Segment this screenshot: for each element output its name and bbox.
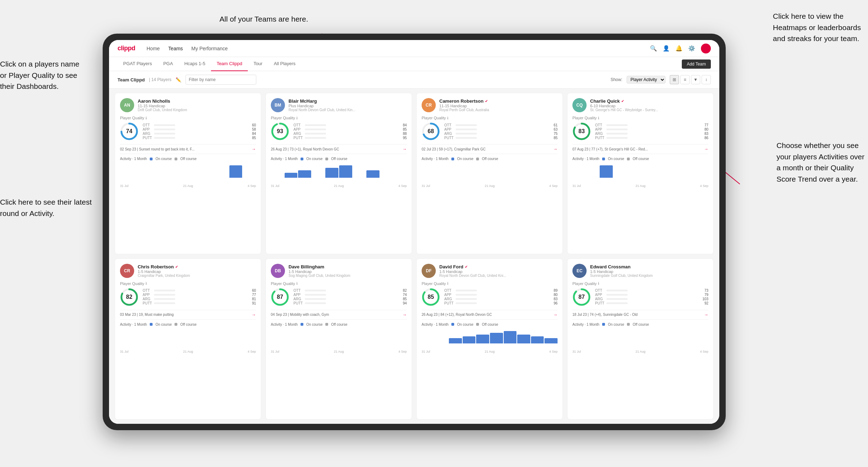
quality-circle[interactable]: 83 <box>572 122 591 141</box>
grid-view-button[interactable]: ⊞ <box>670 75 679 84</box>
activity-header: Activity · 1 Month On course Off course <box>422 323 558 326</box>
player-name[interactable]: Dave Billingham <box>289 264 324 269</box>
latest-round[interactable]: 02 Jul 23 | 59 (+17), Craigmillar Park G… <box>422 144 558 154</box>
off-course-dot <box>175 158 177 160</box>
player-handicap: Plus Handicap <box>289 104 407 108</box>
x-label-3: 4 Sep <box>247 184 256 188</box>
player-card[interactable]: BM Blair McHarg Plus Handicap Royal Nort… <box>265 93 412 254</box>
player-name[interactable]: Edward Crossman <box>590 264 630 269</box>
quality-content[interactable]: 74 OTT 60APP 58ARG 84PUTT 85 <box>120 122 256 141</box>
stat-value-APP: 77 <box>252 293 256 297</box>
quality-content[interactable]: 87 OTT 82APP 74ARG 85PUTT 94 <box>271 288 407 306</box>
player-avatar: AN <box>120 98 134 112</box>
latest-round-text: 07 Aug 23 | 77 (+7), St George's Hill GC… <box>572 147 704 151</box>
x-label-3: 4 Sep <box>549 184 558 188</box>
latest-round[interactable]: 18 Jul 23 | 74 (+4), Sunningdale GC - Ol… <box>572 310 708 320</box>
quality-circle[interactable]: 87 <box>572 288 591 306</box>
on-course-label: On course <box>155 323 172 326</box>
tab-all-players[interactable]: All Players <box>268 57 301 71</box>
quality-circle[interactable]: 85 <box>422 288 440 306</box>
nav-performance[interactable]: My Performance <box>192 46 228 51</box>
player-card[interactable]: DB Dave Billingham 1-5 Handicap Sog Magi… <box>265 258 412 420</box>
search-input[interactable] <box>185 75 256 85</box>
filter-button[interactable]: ▼ <box>691 75 700 84</box>
nav-home[interactable]: Home <box>147 46 160 51</box>
nav-teams[interactable]: Teams <box>168 46 183 51</box>
quality-content[interactable]: 93 OTT 84APP 85ARG 88PUTT 95 <box>271 122 407 141</box>
quality-circle[interactable]: 68 <box>422 122 440 141</box>
stat-bar-PUTT <box>305 136 401 140</box>
stat-value-OTT: 89 <box>554 289 558 292</box>
activity-header: Activity · 1 Month On course Off course <box>422 157 558 161</box>
stat-label-ARG: ARG <box>143 132 152 136</box>
tab-pgat[interactable]: PGAT Players <box>118 57 158 71</box>
stats-grid: OTT 60APP 58ARG 84PUTT 85 <box>143 123 256 140</box>
player-card[interactable]: EC Edward Crossman 1-5 Handicap Sunningd… <box>567 258 714 420</box>
off-course-label: Off course <box>180 323 196 326</box>
avatar[interactable] <box>701 44 711 53</box>
annotation-right-activity: Choose whether you see your players Acti… <box>776 140 864 184</box>
quality-circle[interactable]: 82 <box>120 288 138 306</box>
chart-bar <box>517 335 530 343</box>
tab-hcaps[interactable]: Hcaps 1-5 <box>179 57 211 71</box>
round-arrow: → <box>252 147 256 152</box>
latest-round[interactable]: 26 Aug 23 | 84 (+12), Royal North Devon … <box>422 310 558 320</box>
add-team-button[interactable]: Add Team <box>682 59 711 69</box>
bell-icon[interactable]: 🔔 <box>675 45 683 52</box>
latest-round-text: 26 Aug 23 | 73 (+1), Royal North Devon G… <box>271 147 402 151</box>
team-header: Team Clippd | 14 Players ✏️ Show: Player… <box>109 71 719 89</box>
on-course-dot <box>602 158 605 160</box>
chart-x-labels: 31 Jul 21 Aug 4 Sep <box>271 184 407 188</box>
player-name[interactable]: Charlie Quick <box>590 98 620 104</box>
on-course-dot <box>602 323 605 326</box>
player-card[interactable]: CQ Charlie Quick ✔ 6-10 Handicap St. Geo… <box>567 93 714 254</box>
quality-circle[interactable]: 87 <box>271 288 289 306</box>
edit-icon[interactable]: ✏️ <box>176 77 181 82</box>
latest-round[interactable]: 26 Aug 23 | 73 (+1), Royal North Devon G… <box>271 144 407 154</box>
on-course-label: On course <box>457 323 473 326</box>
player-card[interactable]: CR Chris Robertson ✔ 1-5 Handicap Craigm… <box>115 258 261 420</box>
sort-button[interactable]: ↕ <box>702 75 711 84</box>
player-handicap: 1-5 Handicap <box>289 269 407 274</box>
quality-content[interactable]: 83 OTT 77APP 80ARG 83PUTT 86 <box>572 122 708 141</box>
activity-header: Activity · 1 Month On course Off course <box>120 323 256 326</box>
stat-label-APP: APP <box>293 293 303 297</box>
quality-content[interactable]: 82 OTT 60APP 77ARG 81PUTT 91 <box>120 288 256 306</box>
stat-label-APP: APP <box>595 293 604 297</box>
on-course-dot <box>301 158 303 160</box>
player-card[interactable]: AN Aaron Nicholls 11-15 Handicap Drift G… <box>115 93 261 254</box>
show-select[interactable]: Player Activity <box>627 76 666 84</box>
player-name[interactable]: Chris Robertson <box>138 264 174 269</box>
latest-round[interactable]: 07 Aug 23 | 77 (+7), St George's Hill GC… <box>572 144 708 154</box>
tab-team-clippd[interactable]: Team Clippd <box>211 57 248 71</box>
off-course-label: Off course <box>633 157 649 161</box>
latest-round[interactable]: 04 Sep 23 | Mobility with coach, Gym → <box>271 310 407 320</box>
latest-round[interactable]: 02 Sep 23 | Sunset round to get back int… <box>120 144 256 154</box>
chart-bar <box>531 336 544 343</box>
quality-content[interactable]: 68 OTT 61APP 63ARG 75PUTT 85 <box>422 122 558 141</box>
player-name[interactable]: David Ford <box>439 264 463 269</box>
stat-bar-ARG <box>456 132 552 136</box>
user-icon[interactable]: 👤 <box>663 45 670 52</box>
tab-pga[interactable]: PGA <box>158 57 178 71</box>
player-card[interactable]: CR Cameron Robertson ✔ 11-15 Handicap Ro… <box>416 93 563 254</box>
latest-round[interactable]: 03 Mar 23 | 19, Must make putting → <box>120 310 256 320</box>
on-course-dot <box>150 158 153 160</box>
player-name[interactable]: Aaron Nicholls <box>138 98 170 104</box>
settings-icon[interactable]: ⚙️ <box>688 45 695 52</box>
activity-label: Activity · 1 Month <box>271 157 298 161</box>
quality-content[interactable]: 85 OTT 89APP 80ARG 83PUTT 96 <box>422 288 558 306</box>
player-card[interactable]: DF David Ford ✔ 1-5 Handicap Royal North… <box>416 258 563 420</box>
player-name[interactable]: Blair McHarg <box>289 98 317 104</box>
player-name[interactable]: Cameron Robertson <box>439 98 484 104</box>
search-icon[interactable]: 🔍 <box>650 45 657 52</box>
quality-circle[interactable]: 74 <box>120 122 138 141</box>
quality-info-icon: ℹ <box>145 281 147 285</box>
activity-section: Activity · 1 Month On course Off course … <box>120 323 256 353</box>
quality-content[interactable]: 87 OTT 73APP 79ARG 103PUTT 92 <box>572 288 708 306</box>
x-label-3: 4 Sep <box>700 350 708 353</box>
list-view-button[interactable]: ≡ <box>680 75 690 84</box>
quality-circle[interactable]: 93 <box>271 122 289 141</box>
quality-number: 93 <box>277 128 283 135</box>
tab-tour[interactable]: Tour <box>248 57 268 71</box>
